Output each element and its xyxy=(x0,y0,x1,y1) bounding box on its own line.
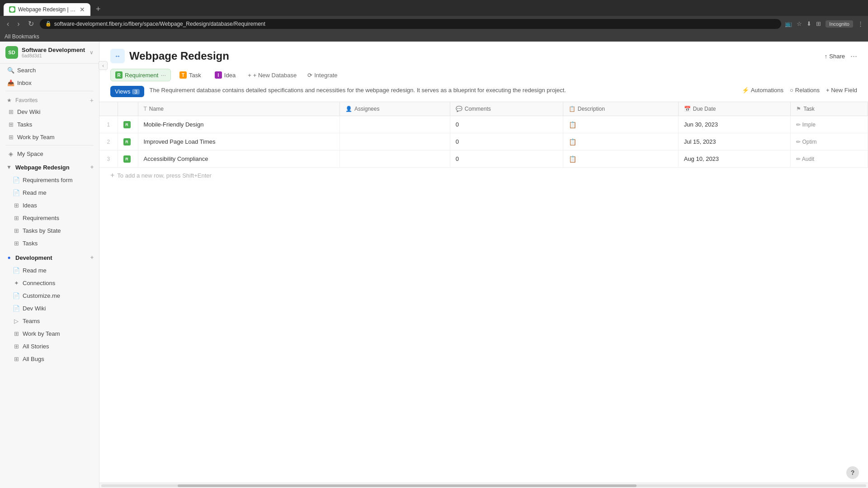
tab-idea[interactable]: I Idea xyxy=(210,69,241,81)
doc-icon-5: 📄 xyxy=(13,305,20,312)
row-name-1[interactable]: Mobile-Friendly Design xyxy=(138,116,340,133)
layout-icon[interactable]: ⊞ xyxy=(816,20,821,27)
tab-requirement[interactable]: R Requirement ··· xyxy=(110,69,171,81)
view-description: The Requirement database contains detail… xyxy=(150,86,736,95)
row-date-2: Jul 15, 2023 xyxy=(678,133,790,150)
sidebar-item-my-space[interactable]: ◈ My Space xyxy=(2,148,97,160)
dev-group-add-icon[interactable]: + xyxy=(90,254,94,261)
download-icon[interactable]: ⬇ xyxy=(807,20,811,27)
col-comments: 💬 Comments xyxy=(450,102,563,116)
workspace-id: 6ad8d3d1 xyxy=(22,53,86,58)
collapse-sidebar-button[interactable]: ‹ xyxy=(99,61,108,70)
integrate-button[interactable]: ⟳ Integrate xyxy=(304,70,341,81)
scroll-thumb[interactable] xyxy=(178,484,637,487)
tab-task[interactable]: T Task xyxy=(175,69,206,81)
row-type-2: R xyxy=(118,133,138,150)
sidebar-item-dev-wiki[interactable]: ⊞ Dev Wiki xyxy=(2,106,97,117)
page-more-button[interactable]: ··· xyxy=(850,52,857,61)
forward-button[interactable]: › xyxy=(15,19,22,29)
req-tab-more[interactable]: ··· xyxy=(160,71,166,79)
favorites-section: ★ Favorites + xyxy=(0,93,99,105)
close-tab-button[interactable]: ✕ xyxy=(80,6,85,13)
group-collapse-icon: ▼ xyxy=(5,164,13,171)
search-icon: 🔍 xyxy=(7,66,14,74)
inbox-label: Inbox xyxy=(17,80,92,86)
group-collapse-icon-2: ● xyxy=(5,254,13,261)
sidebar-item-dev-wiki-dev[interactable]: 📄 Dev Wiki xyxy=(2,302,97,314)
new-field-button[interactable]: + New Field xyxy=(826,87,857,94)
relations-button[interactable]: ○ Relations xyxy=(790,87,820,94)
address-bar[interactable]: 🔒 software-development.fibery.io/fibery/… xyxy=(40,19,782,29)
reload-button[interactable]: ↻ xyxy=(26,19,36,29)
sidebar-item-work-by-team-fav[interactable]: ⊞ Work by Team ··· xyxy=(2,131,97,143)
sidebar-item-customize-me[interactable]: 📄 Customize.me xyxy=(2,290,97,301)
row-name-3[interactable]: Accessibility Compliance xyxy=(138,150,340,168)
grid-icon-8: ⊞ xyxy=(13,330,20,337)
share-button[interactable]: ↑ Share xyxy=(825,53,845,60)
row-type-1: R xyxy=(118,116,138,133)
row-assignees-3 xyxy=(340,150,450,168)
development-group[interactable]: ● Development + xyxy=(0,252,99,263)
inbox-icon: 📥 xyxy=(7,79,14,86)
desc-icon-1: 📋 xyxy=(569,121,576,128)
automations-button[interactable]: ⚡ Automations xyxy=(742,87,783,94)
requirements-table: T Name 👤 Assignees 💬 xyxy=(99,102,868,168)
browser-tab[interactable]: Webpage Redesign | Fibery ✕ xyxy=(4,3,90,16)
sidebar-item-requirements-form[interactable]: 📄 Requirements form xyxy=(2,174,97,186)
new-tab-button[interactable]: + xyxy=(92,3,104,16)
bookmark-icon[interactable]: ☆ xyxy=(797,20,802,27)
views-button[interactable]: Views 3 xyxy=(110,86,144,97)
grid-icon-7: ⊞ xyxy=(13,239,20,247)
connections-icon: ✦ xyxy=(13,279,20,286)
view-bar: Views 3 The Requirement database contain… xyxy=(99,81,868,102)
cast-icon[interactable]: 📺 xyxy=(785,20,792,27)
view-actions: ⚡ Automations ○ Relations + New Field xyxy=(742,86,857,94)
sidebar-item-ideas[interactable]: ⊞ Ideas xyxy=(2,199,97,211)
integrate-icon: ⟳ xyxy=(307,72,312,79)
sidebar-item-read-me-wr[interactable]: 📄 Read me xyxy=(2,187,97,198)
favicon xyxy=(9,6,15,13)
req-icon-3: R xyxy=(123,155,131,163)
sidebar-item-work-by-team-dev[interactable]: ⊞ Work by Team xyxy=(2,328,97,339)
sidebar-item-tasks-fav[interactable]: ⊞ Tasks xyxy=(2,118,97,130)
db-tabs: R Requirement ··· T Task I Idea + + New … xyxy=(99,63,868,81)
webpage-redesign-group[interactable]: ▼ Webpage Redesign + xyxy=(0,162,99,173)
my-space-label: My Space xyxy=(17,150,92,157)
sidebar-item-requirements[interactable]: ⊞ Requirements xyxy=(2,212,97,224)
sidebar-item-all-bugs[interactable]: ⊞ All Bugs xyxy=(2,353,97,365)
main-header: ↔ Webpage Redesign ↑ Share ··· xyxy=(99,42,868,63)
sidebar-item-inbox[interactable]: 📥 Inbox xyxy=(2,77,97,89)
table-row[interactable]: 1 R Mobile-Friendly Design 0 📋 Jun 30, 2… xyxy=(99,116,868,133)
row-name-2[interactable]: Improved Page Load Times xyxy=(138,133,340,150)
grid-icon-6: ⊞ xyxy=(13,227,20,234)
grid-icon-2: ⊞ xyxy=(7,121,14,128)
sidebar-item-connections[interactable]: ✦ Connections xyxy=(2,277,97,289)
col-name: T Name xyxy=(138,102,340,116)
sidebar-item-teams[interactable]: ▷ Teams xyxy=(2,315,97,327)
workspace-header[interactable]: SD Software Development 6ad8d3d1 ∨ xyxy=(0,42,99,64)
grid-icon-3: ⊞ xyxy=(7,133,14,141)
sidebar-item-search[interactable]: 🔍 Search xyxy=(2,64,97,76)
favorites-add-button[interactable]: + xyxy=(90,97,94,104)
sidebar-item-tasks-wr[interactable]: ⊞ Tasks xyxy=(2,237,97,249)
row-num-1: 1 xyxy=(99,116,118,133)
table-row[interactable]: 2 R Improved Page Load Times 0 📋 Jul 15,… xyxy=(99,133,868,150)
horizontal-scrollbar[interactable] xyxy=(99,483,868,488)
table-row[interactable]: 3 R Accessibility Compliance 0 📋 Aug 10,… xyxy=(99,150,868,168)
workspace-name: Software Development xyxy=(22,47,86,53)
svg-point-0 xyxy=(10,7,14,12)
new-database-button[interactable]: + + New Database xyxy=(244,70,300,81)
menu-dots[interactable]: ⋮ xyxy=(858,20,863,27)
sidebar-item-all-stories[interactable]: ⊞ All Stories xyxy=(2,340,97,352)
row-comments-2: 0 xyxy=(450,133,563,150)
back-button[interactable]: ‹ xyxy=(5,19,11,29)
group-add-icon[interactable]: + xyxy=(90,164,94,170)
sidebar-item-tasks-by-state[interactable]: ⊞ Tasks by State xyxy=(2,225,97,236)
grid-icon-5: ⊞ xyxy=(13,214,20,221)
sidebar-item-read-me-dev[interactable]: 📄 Read me xyxy=(2,264,97,276)
doc-icon-1: 📄 xyxy=(13,176,20,183)
req-icon-1: R xyxy=(123,121,131,128)
doc-icon-3: 📄 xyxy=(13,267,20,274)
add-row-hint[interactable]: + To add a new row, press Shift+Enter xyxy=(99,168,868,183)
help-button[interactable]: ? xyxy=(846,466,859,479)
